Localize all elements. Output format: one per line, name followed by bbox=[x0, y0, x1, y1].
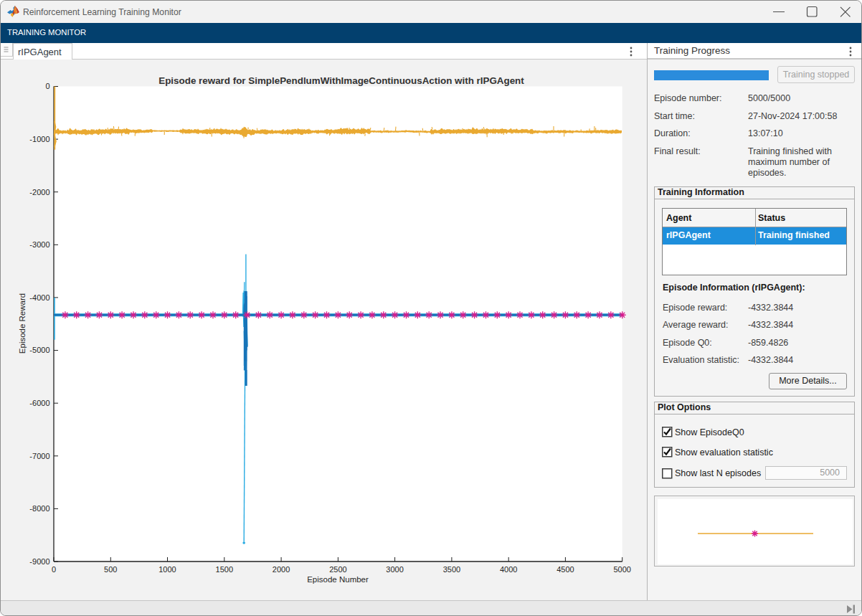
svg-text:-6000: -6000 bbox=[29, 399, 49, 407]
svg-text:-3000: -3000 bbox=[29, 240, 49, 249]
svg-text:500: 500 bbox=[104, 565, 117, 574]
svg-text:4000: 4000 bbox=[500, 565, 517, 574]
svg-text:Episode Reward: Episode Reward bbox=[18, 293, 27, 354]
svg-text:4500: 4500 bbox=[556, 565, 574, 574]
svg-text:2000: 2000 bbox=[273, 565, 290, 574]
svg-text:Episode Number: Episode Number bbox=[307, 575, 369, 584]
svg-text:5000: 5000 bbox=[613, 565, 630, 574]
svg-text:-8000: -8000 bbox=[29, 504, 49, 513]
svg-text:-7000: -7000 bbox=[29, 452, 49, 460]
svg-text:-4000: -4000 bbox=[29, 293, 49, 302]
svg-text:3000: 3000 bbox=[386, 565, 403, 574]
svg-text:Episode reward for SimplePendl: Episode reward for SimplePendlumWithImag… bbox=[158, 75, 524, 86]
svg-text:1500: 1500 bbox=[216, 565, 233, 574]
svg-text:-5000: -5000 bbox=[29, 346, 49, 354]
svg-text:0: 0 bbox=[52, 565, 56, 574]
svg-text:0: 0 bbox=[45, 82, 49, 90]
svg-text:-9000: -9000 bbox=[29, 557, 49, 566]
svg-text:-1000: -1000 bbox=[29, 135, 49, 143]
svg-text:3500: 3500 bbox=[443, 565, 460, 574]
svg-text:2500: 2500 bbox=[329, 565, 346, 574]
svg-text:-2000: -2000 bbox=[29, 188, 49, 196]
svg-text:1000: 1000 bbox=[158, 565, 176, 574]
